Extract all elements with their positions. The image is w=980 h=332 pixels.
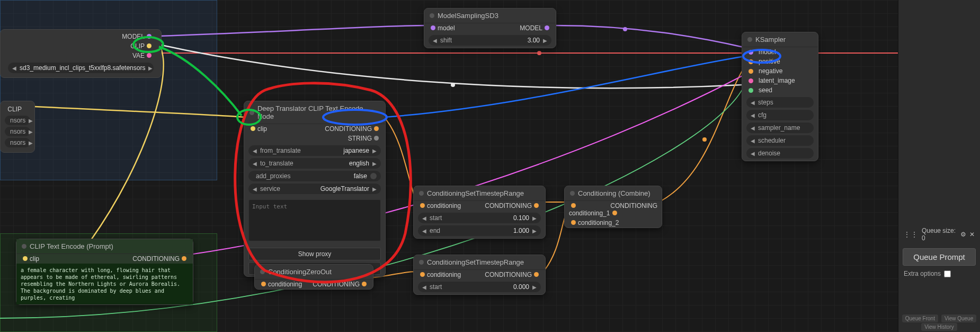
port-seed-in[interactable] — [749, 88, 753, 93]
denoise-widget[interactable]: ◀denoise — [746, 148, 814, 159]
drag-handle-icon[interactable]: ⋮⋮ — [904, 231, 919, 238]
chevron-left-icon[interactable]: ◀ — [751, 112, 755, 118]
queue-front-button[interactable]: Queue Front — [902, 314, 938, 322]
node-cond-set-timestep-range-1[interactable]: ConditioningSetTimestepRange conditionin… — [413, 186, 546, 239]
start-widget[interactable]: ◀ start 0.000 ▶ — [418, 282, 541, 292]
chevron-right-icon[interactable]: ▶ — [532, 215, 537, 221]
chevron-left-icon[interactable]: ◀ — [751, 100, 755, 106]
port-clip-in[interactable] — [251, 126, 255, 131]
chevron-left-icon[interactable]: ◀ — [253, 161, 257, 167]
node-conditioning-combine[interactable]: Conditioning (Combine) conditioning_1 CO… — [564, 186, 662, 228]
clip-frag-label: CLIP — [7, 106, 22, 113]
group-blue[interactable] — [0, 0, 217, 180]
port-string-out[interactable] — [374, 136, 379, 141]
gear-icon[interactable]: ⚙ — [960, 231, 966, 238]
node-clip-fragment[interactable]: CLIP nsors▶ nsors▶ nsors▶ — [0, 101, 35, 153]
chevron-left-icon[interactable]: ◀ — [751, 125, 755, 131]
chevron-right-icon[interactable]: ▶ — [372, 161, 377, 167]
collapse-icon[interactable] — [419, 260, 424, 265]
port-conditioning-out[interactable] — [374, 126, 379, 131]
queue-size-label: Queue size: 0 — [922, 227, 957, 242]
clip-frag-w2[interactable]: nsors▶ — [5, 127, 30, 136]
port-conditioning-out[interactable] — [534, 272, 539, 277]
port-positive-in[interactable] — [749, 59, 753, 64]
node-checkpoint-loader-fragment[interactable]: MODEL CLIP VAE ◀ sd3_medium_incl_clips_t… — [0, 29, 162, 78]
scheduler-widget[interactable]: ◀scheduler — [746, 135, 814, 146]
shift-widget[interactable]: ◀ shift 3.00 ▶ — [429, 35, 551, 46]
node-deep-translator-clip-encode[interactable]: Deep Translator CLIP Text Encode Node cl… — [244, 101, 386, 277]
chevron-right-icon[interactable]: ▶ — [29, 140, 33, 146]
port-clip-in[interactable] — [23, 256, 28, 261]
chevron-left-icon[interactable]: ◀ — [433, 38, 437, 43]
close-icon[interactable]: ✕ — [969, 231, 975, 238]
port-model-out[interactable] — [147, 34, 152, 39]
sampler-name-widget[interactable]: ◀sampler_name — [746, 123, 814, 133]
node-title-label: ModelSamplingSD3 — [438, 12, 498, 20]
toggle-off-icon[interactable] — [370, 173, 377, 179]
view-queue-button[interactable]: View Queue — [941, 314, 976, 322]
port-clip-out[interactable] — [147, 43, 152, 48]
service-widget[interactable]: ◀ service GoogleTranslator ▶ — [248, 184, 381, 194]
port-latent-image-in[interactable] — [749, 78, 753, 83]
clip-frag-w3[interactable]: nsors▶ — [5, 138, 30, 147]
collapse-icon[interactable] — [430, 13, 434, 18]
chevron-left-icon[interactable]: ◀ — [751, 151, 755, 156]
chevron-right-icon[interactable]: ▶ — [543, 38, 547, 43]
clip-frag-w1[interactable]: nsors▶ — [5, 116, 30, 125]
port-conditioning-out[interactable] — [182, 256, 186, 261]
port-conditioning-out[interactable] — [534, 203, 539, 208]
collapse-icon[interactable] — [570, 191, 575, 196]
node-conditioning-zero-out[interactable]: ConditioningZeroOut conditioning CONDITI… — [254, 264, 373, 290]
chevron-left-icon[interactable]: ◀ — [253, 186, 257, 192]
port-negative-in[interactable] — [749, 69, 753, 74]
collapse-icon[interactable] — [22, 244, 26, 249]
port-model-in[interactable] — [431, 25, 435, 30]
chevron-left-icon[interactable]: ◀ — [253, 148, 257, 154]
translator-text-input[interactable] — [248, 199, 381, 241]
collapse-icon[interactable] — [747, 37, 752, 42]
chevron-left-icon[interactable]: ◀ — [422, 228, 426, 234]
port-conditioning-out[interactable] — [612, 211, 617, 215]
start-widget[interactable]: ◀ start 0.100 ▶ — [418, 213, 541, 223]
port-conditioning2-in[interactable] — [571, 220, 576, 225]
extra-options-checkbox[interactable] — [944, 270, 951, 277]
port-conditioning-out[interactable] — [362, 282, 367, 286]
chevron-left-icon[interactable]: ◀ — [12, 65, 16, 71]
collapse-icon[interactable] — [250, 110, 254, 115]
node-model-sampling-sd3[interactable]: ModelSamplingSD3 model MODEL ◀ shift 3.0… — [424, 8, 556, 48]
from-translate-widget[interactable]: ◀ from_translate japanese ▶ — [248, 145, 381, 156]
port-conditioning1-in[interactable] — [571, 203, 576, 208]
cfg-widget[interactable]: ◀cfg — [746, 110, 814, 120]
view-history-button[interactable]: View History — [921, 323, 957, 331]
node-clip-text-encode-prompt[interactable]: CLIP Text Encode (Prompt) clip CONDITION… — [16, 239, 193, 305]
collapse-icon[interactable] — [260, 269, 265, 274]
port-vae-out[interactable] — [147, 53, 152, 58]
port-conditioning-in[interactable] — [420, 203, 425, 208]
chevron-right-icon[interactable]: ▶ — [372, 186, 377, 192]
port-model-in[interactable] — [749, 50, 753, 55]
port-model-out[interactable] — [545, 25, 549, 30]
steps-widget[interactable]: ◀steps — [746, 97, 814, 108]
chevron-right-icon[interactable]: ▶ — [532, 228, 537, 234]
port-conditioning-in[interactable] — [420, 272, 425, 277]
chevron-left-icon[interactable]: ◀ — [422, 284, 426, 290]
show-proxy-button[interactable]: Show proxy — [248, 248, 381, 260]
ckpt-widget[interactable]: ◀ sd3_medium_incl_clips_t5xxlfp8.safeten… — [8, 63, 154, 73]
port-conditioning-in[interactable] — [261, 282, 266, 286]
node-cond-set-timestep-range-2[interactable]: ConditioningSetTimestepRange conditionin… — [413, 255, 546, 295]
prompt-textarea[interactable]: a female character with long, flowing ha… — [16, 264, 193, 304]
chevron-left-icon[interactable]: ◀ — [751, 138, 755, 144]
end-widget[interactable]: ◀ end 1.000 ▶ — [418, 225, 541, 236]
chevron-right-icon[interactable]: ▶ — [372, 148, 377, 154]
collapse-icon[interactable] — [419, 191, 424, 196]
to-translate-widget[interactable]: ◀ to_translate english ▶ — [248, 158, 381, 169]
queue-prompt-button[interactable]: Queue Prompt — [903, 248, 976, 266]
node-title-label: CLIP Text Encode (Prompt) — [30, 242, 113, 250]
node-ksampler[interactable]: KSampler model positive negative latent_… — [742, 32, 818, 161]
chevron-right-icon[interactable]: ▶ — [29, 129, 33, 135]
chevron-left-icon[interactable]: ◀ — [422, 215, 426, 221]
chevron-right-icon[interactable]: ▶ — [148, 65, 153, 71]
add-proxies-widget[interactable]: add_proxies false — [248, 171, 381, 181]
chevron-right-icon[interactable]: ▶ — [29, 118, 33, 124]
chevron-right-icon[interactable]: ▶ — [532, 284, 537, 290]
